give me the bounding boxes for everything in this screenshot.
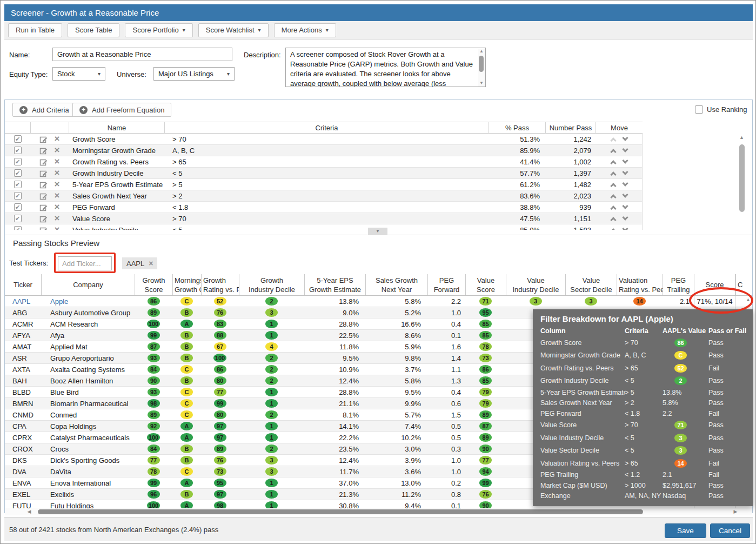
move-up-button[interactable] (610, 149, 616, 155)
preview-header-grating[interactable]: GrowthRating vs. Peers (201, 274, 239, 295)
move-up-button[interactable] (610, 171, 616, 177)
cell-ticker[interactable]: BLBD (5, 387, 41, 397)
preview-header-vrating[interactable]: ValuationRating vs. Peers (617, 274, 663, 295)
cell-company[interactable]: Axalta Coating Systems (41, 364, 135, 375)
delete-criteria-icon[interactable]: × (55, 192, 60, 200)
save-button[interactable]: Save (665, 523, 706, 538)
cell-ticker[interactable]: AXTA (5, 364, 41, 375)
move-down-button[interactable] (622, 180, 628, 186)
criteria-enabled-checkbox[interactable]: ✔ (14, 158, 22, 165)
delete-criteria-icon[interactable]: × (55, 135, 60, 143)
cell-company[interactable]: DaVita (41, 466, 135, 477)
cell-company[interactable]: Crocs (41, 443, 135, 454)
cell-ticker[interactable]: BMRN (5, 398, 41, 409)
toolbar-button-run-in-table[interactable]: Run in Table (8, 23, 62, 37)
criteria-enabled-checkbox[interactable]: ✔ (14, 147, 22, 154)
criteria-enabled-checkbox[interactable]: ✔ (14, 226, 22, 230)
delete-criteria-icon[interactable]: × (55, 215, 60, 222)
criteria-enabled-checkbox[interactable]: ✔ (14, 169, 22, 177)
universe-select[interactable]: Major US Listings ▾ (153, 67, 235, 81)
cell-company[interactable]: Copa Holdings (41, 421, 135, 432)
preview-horizontal-scrollbar[interactable]: ◀ ▶ (5, 508, 752, 515)
cancel-button[interactable]: Cancel (710, 523, 750, 538)
move-up-button[interactable] (610, 183, 616, 189)
criteria-enabled-checkbox[interactable]: ✔ (14, 181, 22, 188)
move-down-button[interactable] (622, 225, 628, 230)
scroll-right-icon[interactable]: ▶ (732, 508, 739, 515)
use-ranking-checkbox[interactable] (695, 105, 703, 114)
cell-ticker[interactable]: FUTU (5, 500, 41, 508)
remove-ticker-icon[interactable]: × (149, 259, 153, 268)
cell-company[interactable]: Biomarin Pharmaceutical (41, 398, 135, 409)
delete-criteria-icon[interactable]: × (55, 203, 60, 211)
preview-header-gscore[interactable]: GrowthScore (135, 274, 172, 295)
scrollbar-thumb[interactable] (739, 144, 745, 212)
ticker-link[interactable]: Apple (41, 296, 135, 307)
preview-header-vscore[interactable]: ValueScore (465, 274, 506, 295)
cell-ticker[interactable]: DVA (5, 466, 41, 477)
cell-company[interactable]: Dick's Sporting Goods (41, 455, 135, 466)
scroll-up-icon[interactable]: ▲ (478, 48, 485, 55)
move-up-button[interactable] (610, 194, 616, 200)
cell-company[interactable]: Applied Mat (41, 341, 135, 352)
move-down-button[interactable] (622, 157, 628, 163)
preview-header-videc[interactable]: ValueIndustry Decile (506, 274, 565, 295)
screener-name-input[interactable] (52, 48, 232, 61)
move-down-button[interactable] (622, 135, 628, 141)
cell-ticker[interactable]: ACMR (5, 319, 41, 329)
scroll-up-icon[interactable]: ▲ (738, 134, 746, 141)
add-criteria-button[interactable]: + Add Criteria (12, 103, 76, 117)
cell-ticker[interactable]: AFYA (5, 330, 41, 341)
cell-ticker[interactable]: ABG (5, 307, 41, 318)
cell-ticker[interactable]: BAH (5, 375, 41, 386)
move-up-button[interactable] (610, 137, 616, 143)
cell-company[interactable]: Conmed (41, 409, 135, 420)
collapse-criteria-handle[interactable]: ▼ (368, 228, 387, 235)
toolbar-button-score-table[interactable]: Score Table (68, 23, 119, 37)
cell-ticker[interactable]: DKS (5, 455, 41, 466)
ticker-chip-aapl[interactable]: AAPL × (122, 257, 157, 269)
move-down-button[interactable] (622, 203, 628, 209)
cell-ticker[interactable]: EXEL (5, 489, 41, 500)
preview-header-gdecile[interactable]: GrowthIndustry Decile (239, 274, 304, 295)
delete-criteria-icon[interactable]: × (55, 147, 60, 154)
cell-ticker[interactable]: AMAT (5, 341, 41, 352)
cell-ticker[interactable]: ASR (5, 353, 41, 363)
preview-header-company[interactable]: Company (41, 274, 135, 295)
cell-company[interactable]: Catalyst Pharmaceuticals (41, 432, 135, 443)
move-up-button[interactable] (610, 160, 616, 166)
edit-criteria-icon[interactable] (39, 192, 48, 200)
edit-criteria-icon[interactable] (39, 135, 48, 143)
criteria-enabled-checkbox[interactable]: ✔ (14, 215, 22, 222)
cell-ticker[interactable]: CROX (5, 443, 41, 454)
preview-header-sales[interactable]: Sales GrowthNext Year (365, 274, 427, 295)
description-scrollbar[interactable]: ▲ ▼ (478, 48, 485, 87)
ticker-link[interactable]: AAPL (5, 296, 41, 307)
delete-criteria-icon[interactable]: × (55, 181, 60, 188)
cell-company[interactable]: Grupo Aeroportuario (41, 353, 135, 363)
cell-company[interactable]: Enova International (41, 477, 135, 488)
criteria-enabled-checkbox[interactable]: ✔ (14, 192, 22, 200)
cell-company[interactable]: Blue Bird (41, 387, 135, 397)
cell-ticker[interactable]: CNMD (5, 409, 41, 420)
move-down-button[interactable] (622, 214, 628, 220)
edit-criteria-icon[interactable] (39, 181, 48, 189)
move-down-button[interactable] (622, 146, 628, 152)
criteria-enabled-checkbox[interactable]: ✔ (14, 203, 22, 211)
edit-criteria-icon[interactable] (39, 203, 48, 211)
delete-criteria-icon[interactable]: × (55, 158, 60, 165)
cell-company[interactable]: Booz Allen Hamilton (41, 375, 135, 386)
add-freeform-equation-button[interactable]: + Add Freeform Equation (72, 103, 171, 117)
edit-criteria-icon[interactable] (39, 226, 48, 230)
move-up-button[interactable] (610, 205, 616, 211)
delete-criteria-icon[interactable]: × (55, 169, 60, 177)
cell-company[interactable]: Afya (41, 330, 135, 341)
edit-criteria-icon[interactable] (39, 147, 48, 155)
preview-header-eps[interactable]: 5-Year EPSGrowth Estimate (304, 274, 365, 295)
cell-company[interactable]: ACM Research (41, 319, 135, 329)
preview-header-mgrade[interactable]: MorningstarGrowth Grade (172, 274, 201, 295)
cell-ticker[interactable]: CPA (5, 421, 41, 432)
description-textarea[interactable]: A screener composed of Stock Rover Growt… (285, 48, 486, 87)
criteria-enabled-checkbox[interactable]: ✔ (14, 135, 22, 143)
delete-criteria-icon[interactable]: × (55, 226, 60, 230)
